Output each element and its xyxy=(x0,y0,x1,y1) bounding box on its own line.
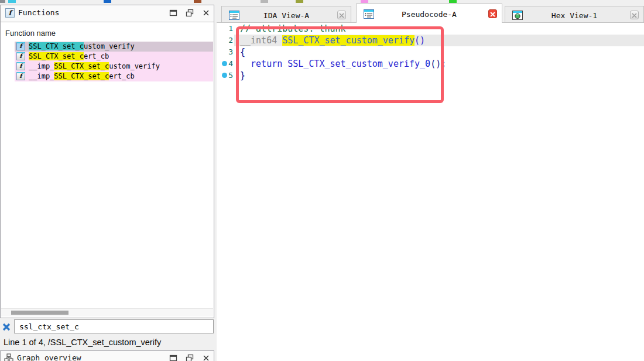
tab-label: Pseudocode-A xyxy=(357,10,502,19)
functions-window-title: Functions xyxy=(18,8,59,17)
function-item-icon: f xyxy=(16,52,25,60)
close-tab-icon[interactable] xyxy=(488,9,497,18)
tab-label: IDA View-A xyxy=(222,11,351,20)
line-gutter: 4 xyxy=(217,58,234,70)
code-text: return SSL_CTX_set_custom_verify_0(); xyxy=(234,58,644,70)
line-number: 5 xyxy=(228,70,233,81)
function-item-icon: f xyxy=(16,62,25,70)
scrollbar-thumb[interactable] xyxy=(11,311,68,315)
pseudocode-view[interactable]: 1// attributes: thunk2__int64 SSL_CTX_se… xyxy=(217,22,644,361)
function-row[interactable]: fSSL_CTX_set_custom_verify xyxy=(1,42,213,52)
functions-window: f Functions Function name fSSL_CTX_set_c… xyxy=(0,5,214,318)
code-text: } xyxy=(234,70,644,81)
graph-overview-icon xyxy=(4,353,13,361)
graph-overview-title: Graph overview xyxy=(17,353,81,361)
function-name: SSL_CTX_set_custom_verify xyxy=(29,42,135,52)
line-gutter: 1 xyxy=(217,23,234,35)
float-button[interactable] xyxy=(186,9,194,17)
cut-toolbar-icon xyxy=(261,0,268,3)
cut-toolbar-icon xyxy=(8,0,16,3)
function-item-icon: f xyxy=(16,42,25,50)
search-match-highlight: SSL_CTX_set_c xyxy=(29,52,84,60)
close-icon[interactable] xyxy=(202,354,210,361)
tab-ida-view-a[interactable]: IDA View-A xyxy=(221,6,351,23)
search-match-highlight: SSL_CTX_set_c xyxy=(29,42,84,50)
navigation-dot-icon[interactable] xyxy=(222,73,227,78)
cut-toolbar-icon xyxy=(296,0,303,3)
cut-toolbar-icon xyxy=(104,0,111,3)
line-gutter: 2 xyxy=(217,35,234,46)
tab-label: Hex View-1 xyxy=(505,11,643,20)
function-name-column-header: Function name xyxy=(5,29,56,38)
code-line: 2__int64 SSL_CTX_set_custom_verify() xyxy=(217,35,644,46)
maximize-button[interactable] xyxy=(169,9,177,17)
line-number: 3 xyxy=(228,46,233,58)
function-list: fSSL_CTX_set_custom_verifyfSSL_CTX_set_c… xyxy=(1,42,213,81)
close-tab-icon[interactable] xyxy=(630,11,639,19)
function-row[interactable]: f__imp_SSL_CTX_set_custom_verify xyxy=(1,62,213,71)
function-row[interactable]: f__imp_SSL_CTX_set_cert_cb xyxy=(1,71,213,81)
navigation-dot-icon[interactable] xyxy=(222,61,227,66)
view-panel: IDA View-A Pseudocode-A Hex View-1 1// a… xyxy=(217,4,644,361)
line-number: 4 xyxy=(228,58,233,70)
tab-hex-view-1[interactable]: Hex View-1 xyxy=(505,6,644,23)
float-button[interactable] xyxy=(186,354,194,361)
line-gutter: 3 xyxy=(217,46,234,58)
function-window-icon: f xyxy=(5,8,15,18)
line-number: 1 xyxy=(228,23,233,35)
status-text: Line 1 of 4, /SSL_CTX_set_custom_verify xyxy=(0,335,214,350)
code-line: 3{ xyxy=(217,46,644,58)
filter-bar xyxy=(0,319,214,335)
tab-pseudocode-a[interactable]: Pseudocode-A xyxy=(356,4,502,23)
function-row[interactable]: fSSL_CTX_set_cert_cb xyxy=(1,52,213,62)
code-text: // attributes: thunk xyxy=(234,23,644,35)
cut-toolbar-icon xyxy=(449,0,457,3)
function-name: __imp_SSL_CTX_set_cert_cb xyxy=(29,71,135,81)
code-line: 1// attributes: thunk xyxy=(217,23,644,35)
code-line: 5} xyxy=(217,70,644,81)
line-gutter: 5 xyxy=(217,70,234,81)
close-icon[interactable] xyxy=(202,9,210,17)
graph-overview-window: Graph overview xyxy=(0,350,214,361)
function-item-icon: f xyxy=(16,72,25,80)
code-text: __int64 SSL_CTX_set_custom_verify() xyxy=(234,35,644,46)
close-tab-icon[interactable] xyxy=(337,11,346,19)
horizontal-scrollbar[interactable] xyxy=(1,308,213,316)
function-name: __imp_SSL_CTX_set_custom_verify xyxy=(29,62,160,71)
function-name: SSL_CTX_set_cert_cb xyxy=(29,52,109,62)
cut-toolbar-icon xyxy=(194,0,201,3)
functions-titlebar: f Functions xyxy=(1,5,214,22)
search-match-highlight: SSL_CTX_set_c xyxy=(54,62,109,70)
clear-filter-icon[interactable] xyxy=(2,322,11,332)
line-number: 2 xyxy=(228,35,233,46)
code-line: 4 return SSL_CTX_set_custom_verify_0(); xyxy=(217,58,644,70)
maximize-button[interactable] xyxy=(169,354,177,361)
cut-toolbar-icon xyxy=(0,0,5,3)
search-match-highlight: SSL_CTX_set_c xyxy=(54,72,109,80)
filter-input[interactable] xyxy=(14,319,214,333)
cut-toolbar-icon xyxy=(361,0,368,3)
code-text: { xyxy=(234,46,644,58)
